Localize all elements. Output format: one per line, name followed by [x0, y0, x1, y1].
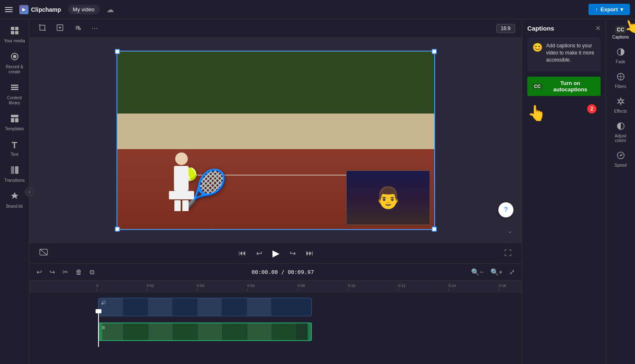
right-sidebar-item-speed[interactable]: Speed — [607, 148, 634, 171]
right-sidebar-item-effects[interactable]: Effects — [607, 94, 634, 117]
handle-bottom-left[interactable] — [115, 227, 120, 232]
pip-track-content: 🔊 — [63, 297, 522, 318]
fit-to-window-button[interactable]: ⤢ — [507, 267, 517, 277]
main-thumb-5 — [198, 323, 222, 341]
sidebar-label-text: Text — [10, 152, 18, 157]
handle-top-left[interactable] — [115, 49, 120, 54]
ruler-inner: 00:020:040:060:080:100:120:140:160:18 — [29, 281, 522, 292]
svg-point-5 — [13, 55, 16, 58]
adjust-colors-icon — [617, 122, 625, 132]
video-container[interactable]: 🎾 👨 — [117, 51, 435, 230]
captions-close-button[interactable]: ✕ — [595, 24, 601, 32]
sidebar-item-text[interactable]: T Text — [1, 137, 28, 160]
right-sidebar: CC Captions 👆 1 Fade Filters — [606, 19, 635, 364]
app-logo: ▶ Clipchamp — [19, 5, 61, 14]
pip-thumb-8 — [272, 298, 296, 316]
captions-promo-text: Add captions to your video to make it mo… — [546, 42, 596, 63]
crop-button[interactable] — [36, 22, 49, 35]
logo-text: Clipchamp — [31, 6, 61, 13]
svg-rect-2 — [11, 31, 14, 34]
pip-thumb-6 — [222, 298, 246, 316]
trim-right-handle[interactable] — [308, 323, 311, 340]
svg-rect-10 — [11, 118, 14, 122]
right-sidebar-label-adjust-colors: Adjust colors — [609, 134, 632, 143]
right-sidebar-item-adjust-colors[interactable]: Adjust colors — [607, 119, 634, 146]
pip-video[interactable]: 👨 — [346, 170, 430, 225]
redo-button[interactable]: ↪ — [47, 267, 57, 277]
skip-back-button[interactable]: ⏮ — [237, 247, 248, 259]
svg-point-22 — [620, 155, 622, 156]
undo-button[interactable]: ↩ — [34, 267, 44, 277]
export-label: Export — [601, 6, 618, 13]
main-track-clip[interactable]: ⏸ — [98, 323, 312, 341]
timeline: ↩ ↪ ✂ 🗑 ⧉ 00:00.00 / 00:09.97 🔍− 🔍+ ⤢ — [29, 263, 522, 364]
main-thumb-4 — [173, 323, 197, 341]
sidebar-item-record-create[interactable]: Record & create — [1, 49, 28, 78]
cursor2-area: 👆 2 — [527, 104, 601, 122]
play-button[interactable]: ▶ — [271, 246, 281, 261]
pip-track-clip[interactable]: 🔊 — [98, 298, 312, 316]
sidebar-item-brand-kit[interactable]: Brand kit — [1, 188, 28, 212]
svg-rect-6 — [11, 85, 18, 86]
zoom-in-button[interactable]: 🔍+ — [488, 267, 505, 277]
right-sidebar-item-fade[interactable]: Fade — [607, 44, 634, 67]
sidebar-label-content-library: Content library — [3, 96, 26, 106]
sidebar-label-your-media: Your media — [4, 39, 25, 44]
export-button[interactable]: ↑ Export ▾ — [588, 4, 630, 15]
player-figure — [165, 152, 198, 211]
aspect-ratio-button[interactable]: 16:9 — [496, 24, 515, 33]
cut-button[interactable]: ✂ — [60, 267, 70, 277]
ruler-tick-1: 0:02 — [147, 281, 197, 292]
promo-emoji: 😊 — [532, 42, 543, 52]
sidebar-item-content-library[interactable]: Content library — [1, 80, 28, 109]
effects-icon — [617, 97, 625, 108]
fullscreen-button[interactable]: ⛶ — [503, 247, 513, 259]
sidebar-toggle[interactable]: ‹ — [25, 187, 34, 196]
playback-right: ⛶ — [503, 247, 513, 259]
svg-rect-1 — [15, 27, 18, 30]
sidebar-item-your-media[interactable]: Your media — [1, 23, 28, 47]
delete-button[interactable]: 🗑 — [73, 267, 84, 277]
transitions-icon — [10, 165, 19, 177]
svg-rect-9 — [11, 115, 18, 117]
resize-button[interactable] — [54, 22, 66, 35]
ruler-tick-7: 0:14 — [448, 281, 499, 292]
playhead-head — [96, 309, 101, 313]
audio-button[interactable] — [71, 22, 84, 35]
pip-thumb-7 — [247, 298, 271, 316]
right-sidebar-label-speed: Speed — [614, 163, 627, 168]
sidebar-label-templates: Templates — [5, 126, 24, 132]
sidebar-item-templates[interactable]: Templates — [1, 111, 28, 135]
speed-icon — [617, 151, 625, 162]
help-button[interactable]: ? — [498, 202, 513, 217]
pip-track-row: 🔊 — [29, 296, 522, 319]
rewind-button[interactable]: ↩ — [254, 247, 264, 260]
duplicate-button[interactable]: ⧉ — [88, 267, 96, 277]
ruler-tick-2: 0:04 — [197, 281, 247, 292]
more-options-button[interactable]: ⋯ — [89, 23, 101, 34]
right-panels: Captions ✕ 😊 Add captions to your video … — [522, 19, 635, 364]
timeline-toolbar: ↩ ↪ ✂ 🗑 ⧉ 00:00.00 / 00:09.97 🔍− 🔍+ ⤢ — [29, 264, 522, 281]
captions-off-button[interactable] — [38, 247, 49, 259]
svg-line-17 — [40, 249, 47, 255]
main-thumb-6 — [223, 323, 247, 341]
turn-on-autocaptions-button[interactable]: CC Turn on autocaptions — [527, 77, 601, 96]
sidebar-item-transitions[interactable]: Transitions — [1, 162, 28, 186]
video-title[interactable]: My video — [68, 5, 100, 14]
skip-forward-button[interactable]: ⏭ — [304, 247, 315, 259]
export-icon: ↑ — [595, 6, 598, 13]
right-sidebar-item-filters[interactable]: Filters — [607, 69, 634, 92]
handle-top-right[interactable] — [432, 49, 437, 54]
canvas-area: ⋯ 16:9 🎾 — [29, 19, 522, 263]
handle-bottom-right[interactable] — [432, 227, 437, 232]
svg-rect-12 — [11, 166, 14, 174]
content-library-icon — [10, 83, 19, 94]
menu-button[interactable] — [5, 7, 13, 12]
trim-left-handle[interactable] — [99, 323, 102, 340]
pip-thumb-5 — [197, 298, 222, 316]
pip-thumbnails — [98, 298, 296, 316]
forward-button[interactable]: ↪ — [288, 247, 298, 260]
zoom-out-button[interactable]: 🔍− — [469, 267, 485, 277]
chevron-down-icon[interactable]: ⌄ — [508, 227, 513, 234]
ruler-tick-6: 0:12 — [398, 281, 448, 292]
